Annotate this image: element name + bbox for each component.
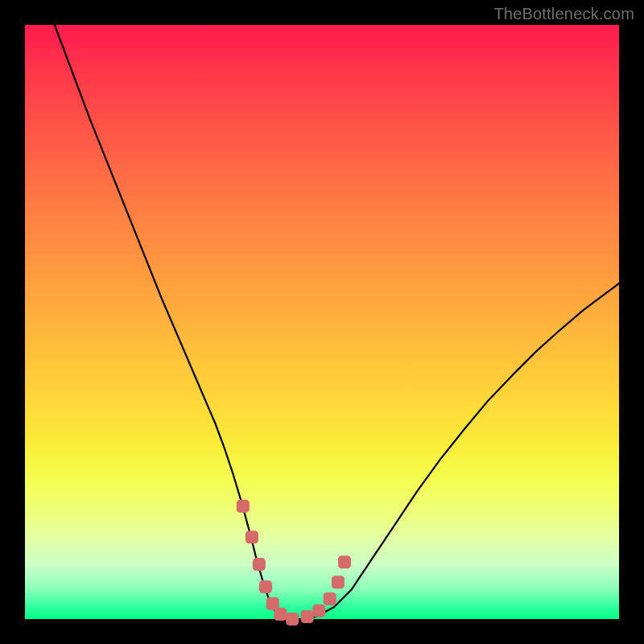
optimal-marker xyxy=(301,610,314,623)
optimal-marker xyxy=(237,500,250,513)
bottleneck-curve xyxy=(55,25,619,619)
chart-frame: TheBottleneck.com xyxy=(0,0,644,644)
chart-svg xyxy=(25,25,619,619)
optimal-marker xyxy=(312,605,325,617)
optimal-marker xyxy=(332,576,345,588)
optimal-marker xyxy=(259,580,272,593)
optimal-marker xyxy=(338,555,351,568)
optimal-marker xyxy=(274,608,287,621)
watermark-text: TheBottleneck.com xyxy=(493,5,634,23)
optimal-marker xyxy=(253,558,266,571)
optimal-marker xyxy=(324,592,336,605)
optimal-marker xyxy=(246,530,258,543)
optimal-marker xyxy=(286,613,299,625)
